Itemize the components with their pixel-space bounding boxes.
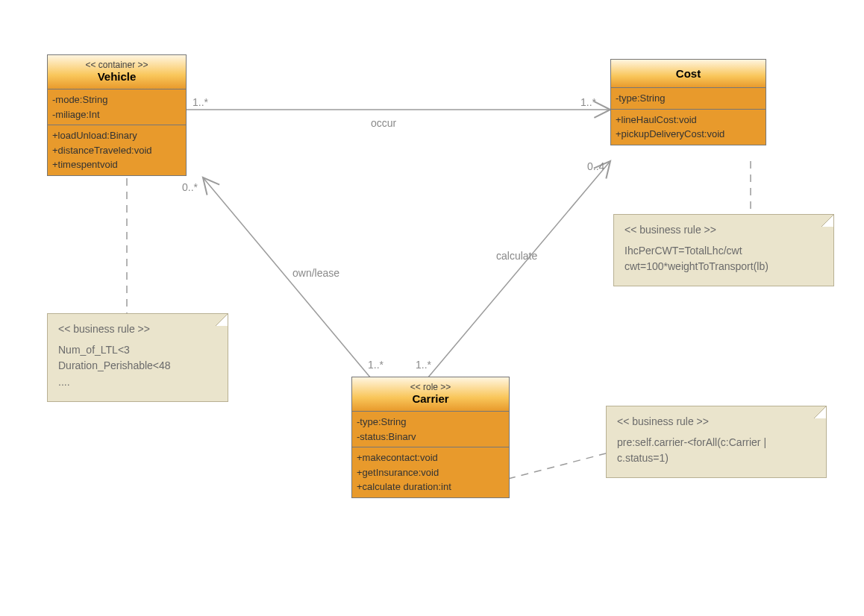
cost-operations: +lineHaulCost:void +pickupDeliveryCost:v… [611,109,766,145]
vehicle-attributes: -mode:String -miliage:Int [48,89,186,125]
oper-row: +loadUnload:Binary [52,128,181,143]
uml-diagram-canvas: << container >> Vehicle -mode:String -mi… [0,0,864,616]
attr-row: -miliage:Int [52,107,181,122]
attr-row: -type:String [616,91,761,106]
vehicle-operations: +loadUnload:Binary +distanceTraveled:voi… [48,125,186,175]
cost-attributes: -type:String [611,88,766,109]
note-line: pre:self.carrier-<forAll(c:Carrier | [617,435,816,451]
mult-carrier-calc: 1..* [416,359,431,371]
svg-line-5 [508,453,606,479]
carrier-operations: +makecontact:void +getInsurance:void +ca… [352,447,509,497]
assoc-label-calculate: calculate [496,250,537,262]
note-stereotype: << business rule >> [617,414,816,430]
oper-row: +calculate duration:int [357,480,504,494]
attr-row: -type:String [357,415,504,430]
mult-vehicle-own: 0..* [182,181,198,193]
carrier-stereotype: << role >> [355,382,506,392]
class-vehicle-header: << container >> Vehicle [48,55,186,89]
note-stereotype: << business rule >> [624,222,823,239]
note-line: cwt=100*weightToTransport(lb) [624,259,823,275]
oper-row: +pickupDeliveryCost:void [616,127,761,142]
oper-row: +timespentvoid [52,157,181,172]
vehicle-stereotype: << container >> [51,60,183,70]
vehicle-name: Vehicle [51,70,183,83]
note-line: Duration_Perishable<48 [58,358,217,374]
assoc-label-ownlease: own/lease [292,267,339,279]
note-line: .... [58,374,217,391]
mult-carrier-own: 1..* [368,359,384,371]
class-carrier-header: << role >> Carrier [352,377,509,412]
attr-row: -status:Binarv [357,430,504,444]
oper-row: +getInsurance:void [357,465,504,480]
mult-cost-calc: 0..4 [587,160,604,172]
note-carrier-rule: << business rule >> pre:self.carrier-<fo… [606,406,827,478]
note-line: c.status=1) [617,450,816,467]
note-line: IhcPerCWT=TotalLhc/cwt [624,243,823,260]
carrier-name: Carrier [355,392,506,405]
class-cost: Cost -type:String +lineHaulCost:void +pi… [610,59,766,145]
mult-cost-occur: 1..* [580,96,596,108]
attr-row: -mode:String [52,92,181,107]
cost-name: Cost [611,60,766,88]
carrier-attributes: -type:String -status:Binarv [352,412,509,447]
class-vehicle: << container >> Vehicle -mode:String -mi… [47,54,187,176]
oper-row: +makecontact:void [357,450,504,465]
note-cost-rule: << business rule >> IhcPerCWT=TotalLhc/c… [613,214,834,286]
class-carrier: << role >> Carrier -type:String -status:… [351,377,510,498]
oper-row: +distanceTraveled:void [52,143,181,158]
assoc-label-occur: occur [371,117,396,129]
note-stereotype: << business rule >> [58,321,217,338]
svg-line-2 [428,161,610,378]
mult-vehicle-occur: 1..* [192,96,208,108]
note-line: Num_of_LTL<3 [58,342,217,359]
oper-row: +lineHaulCost:void [616,113,761,128]
note-vehicle-rule: << business rule >> Num_of_LTL<3 Duratio… [47,313,228,402]
